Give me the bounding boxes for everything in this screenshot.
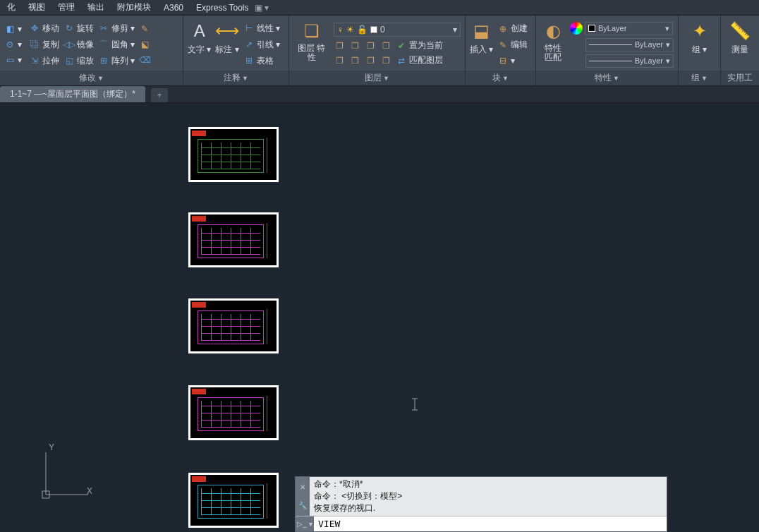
drawing-thumbnail[interactable]: [188, 385, 279, 440]
panel-block: ⬓ 插入 ▾ ⊕创建 ✎编辑 ⊟▾ 块▼: [466, 16, 536, 85]
menu-item[interactable]: 附加模块: [117, 1, 151, 13]
close-icon[interactable]: ✕: [300, 483, 305, 491]
drawing-area[interactable]: X Y ✕ 🔧 命令：*取消* 命令： <切换到：模型> 恢复缓存的视口. ▷_…: [0, 103, 759, 532]
leader-button[interactable]: ↗引线 ▾: [243, 39, 280, 51]
tool-brush[interactable]: ✎: [139, 23, 150, 35]
menu-bar: 化 视图 管理 输出 附加模块 A360 Express Tools ▣ ▾: [0, 0, 759, 16]
panel-title[interactable]: 注释▼: [183, 71, 289, 85]
chevron-down-icon: ▾: [666, 40, 670, 49]
match-layer-button[interactable]: ⇄匹配图层: [396, 54, 443, 66]
layer-name: 0: [380, 25, 385, 35]
panel-utilities: 📏 测量 实用工: [721, 16, 759, 85]
panel-group: ✦ 组 ▾ 组▼: [679, 16, 721, 85]
layer-tool[interactable]: ❐: [349, 40, 360, 52]
move-button[interactable]: ✥移动: [29, 23, 59, 35]
dimension-button[interactable]: ⟷ 标注 ▾: [215, 20, 238, 69]
linear-button[interactable]: ⊢线性 ▾: [243, 23, 280, 35]
menu-item[interactable]: 输出: [87, 1, 104, 13]
mirror-button[interactable]: ◁▷镜像: [63, 39, 94, 51]
panel-annotate: A 文字 ▾ ⟷ 标注 ▾ ⊢线性 ▾ ↗引线 ▾ ⊞表格 注释▼: [183, 16, 289, 85]
block-tool[interactable]: ⊟▾: [497, 55, 528, 66]
chevron-down-icon: ▾: [453, 25, 457, 35]
command-window: ✕ 🔧 命令：*取消* 命令： <切换到：模型> 恢复缓存的视口. ▷_ ▾: [295, 476, 667, 532]
ribbon: ◧▾ ⊙▾ ▭▾ ✥移动 ⿻复制 ⇲拉伸 ↻旋转 ◁▷镜像 ◱缩放 ✂修剪 ▾ …: [0, 16, 759, 86]
panel-title[interactable]: 特性▼: [536, 71, 678, 85]
measure-button[interactable]: 📏 测量: [729, 20, 751, 69]
document-tabs: 1-1~7 —~屋面层平面图（绑定）* +: [0, 86, 759, 103]
set-current-button[interactable]: ✔置为当前: [396, 40, 443, 52]
ucs-icon: X Y: [39, 445, 95, 504]
panel-modify: ◧▾ ⊙▾ ▭▾ ✥移动 ⿻复制 ⇲拉伸 ↻旋转 ◁▷镜像 ◱缩放 ✂修剪 ▾ …: [0, 16, 183, 85]
rotate-button[interactable]: ↻旋转: [63, 23, 94, 35]
sun-icon: ☀: [346, 25, 354, 35]
panel-title[interactable]: 块▼: [466, 71, 535, 85]
layer-tool[interactable]: ❐: [365, 54, 376, 66]
layer-tool[interactable]: ❐: [334, 54, 345, 66]
panel-layers: ❏ 图层 特性 ♀ ☀ 🔓 0 ▾ ❐ ❐ ❐ ❐ ✔置为当前: [289, 16, 466, 85]
drawing-thumbnail[interactable]: [188, 473, 279, 528]
copy-button[interactable]: ⿻复制: [29, 39, 59, 51]
lock-icon: 🔓: [357, 25, 368, 35]
linetype-combo[interactable]: ByLayer ▾: [585, 54, 674, 68]
panel-menu-icon[interactable]: ▣ ▾: [255, 3, 269, 13]
create-block-button[interactable]: ⊕创建: [497, 23, 528, 35]
tool-erase[interactable]: ⌫: [139, 54, 150, 66]
command-history-line: 命令： <切换到：模型>: [314, 490, 662, 502]
command-history-line: 恢复缓存的视口.: [314, 502, 662, 514]
chevron-down-icon: ▾: [665, 24, 669, 33]
insert-button[interactable]: ⬓ 插入 ▾: [470, 20, 493, 69]
text-cursor-icon: [411, 398, 413, 409]
menu-item[interactable]: 化: [7, 1, 16, 13]
drawing-thumbnail[interactable]: [188, 127, 279, 182]
panel-properties: ◐ 特性 匹配 ByLayer ▾ ByLayer ▾: [536, 16, 679, 85]
layer-tool[interactable]: ❐: [334, 40, 345, 52]
panel-title[interactable]: 组▼: [679, 71, 720, 85]
color-swatch: [370, 26, 377, 33]
layer-tool[interactable]: ❐: [349, 54, 360, 66]
layer-tool[interactable]: ❐: [380, 54, 391, 66]
color-swatch: [588, 25, 595, 32]
command-history: 命令：*取消* 命令： <切换到：模型> 恢复缓存的视口.: [314, 478, 662, 514]
tool-generic[interactable]: ◧▾: [4, 23, 22, 35]
menu-item[interactable]: A360: [164, 3, 183, 13]
menu-item[interactable]: Express Tools: [196, 3, 248, 13]
drawing-thumbnail[interactable]: [188, 298, 279, 353]
drawing-thumbnail[interactable]: [188, 212, 279, 267]
scale-button[interactable]: ◱缩放: [63, 55, 94, 67]
trim-button[interactable]: ✂修剪 ▾: [98, 23, 135, 35]
panel-title[interactable]: 修改▼: [0, 71, 183, 85]
command-prompt-icon[interactable]: ▷_ ▾: [296, 516, 314, 531]
group-button[interactable]: ✦ 组 ▾: [688, 20, 711, 69]
add-tab-button[interactable]: +: [151, 88, 168, 102]
layer-tool[interactable]: ❐: [365, 40, 376, 52]
color-combo[interactable]: ByLayer ▾: [585, 22, 673, 35]
match-props-button[interactable]: ◐ 特性 匹配: [540, 20, 566, 69]
text-button[interactable]: A 文字 ▾: [188, 20, 211, 69]
document-tab[interactable]: 1-1~7 —~屋面层平面图（绑定）*: [0, 86, 145, 102]
layer-tool[interactable]: ❐: [380, 40, 391, 52]
lineweight-combo[interactable]: ByLayer ▾: [585, 38, 674, 52]
panel-title[interactable]: 图层▼: [289, 71, 465, 85]
table-button[interactable]: ⊞表格: [243, 55, 280, 67]
array-button[interactable]: ⊞阵列 ▾: [98, 55, 135, 67]
command-history-line: 命令：*取消*: [314, 478, 662, 490]
tool-generic[interactable]: ⊙▾: [4, 39, 22, 50]
fillet-button[interactable]: ⌒圆角 ▾: [98, 39, 135, 51]
lightbulb-icon: ♀: [337, 25, 344, 35]
command-input[interactable]: [314, 519, 667, 529]
panel-title[interactable]: 实用工: [721, 71, 759, 85]
menu-item[interactable]: 管理: [58, 1, 75, 13]
tool-generic[interactable]: ▭▾: [4, 54, 22, 66]
edit-block-button[interactable]: ✎编辑: [497, 39, 528, 51]
stretch-button[interactable]: ⇲拉伸: [29, 55, 59, 67]
layer-properties-button[interactable]: ❏ 图层 特性: [293, 20, 329, 69]
command-handle[interactable]: ✕ 🔧: [296, 477, 310, 516]
chevron-down-icon: ▾: [666, 56, 670, 66]
color-wheel-icon[interactable]: [570, 22, 583, 35]
layer-combo[interactable]: ♀ ☀ 🔓 0 ▾: [334, 23, 461, 37]
wrench-icon[interactable]: 🔧: [298, 502, 307, 509]
menu-item[interactable]: 视图: [28, 1, 45, 13]
tool-explode[interactable]: ⬕: [139, 39, 150, 50]
